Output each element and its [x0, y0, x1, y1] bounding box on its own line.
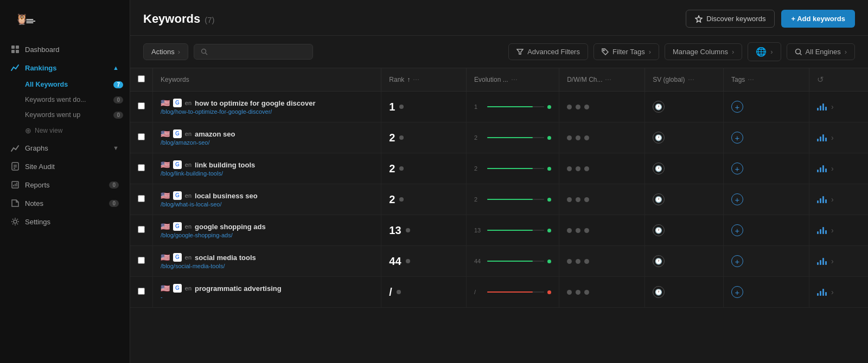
chart-button[interactable]	[817, 196, 827, 203]
evo-dot	[547, 167, 551, 171]
add-keywords-button[interactable]: + Add keywords	[781, 10, 855, 28]
sidebar-item-reports[interactable]: Reports 0	[0, 176, 130, 194]
select-all-header[interactable]	[130, 68, 153, 92]
sidebar-item-graphs[interactable]: Graphs ▼	[0, 139, 130, 157]
day-dot	[567, 135, 572, 140]
sidebar-item-notes[interactable]: Notes 0	[0, 194, 130, 212]
add-tag-button[interactable]: +	[731, 132, 743, 144]
row-checkbox-cell[interactable]	[130, 184, 153, 215]
search-input[interactable]	[212, 48, 299, 56]
sidebar-item-label: Reports	[25, 181, 50, 189]
sidebar-item-label: Dashboard	[25, 46, 60, 54]
language-tag: en	[185, 285, 192, 291]
row-checkbox-cell[interactable]	[130, 153, 153, 184]
reports-badge: 0	[109, 182, 119, 189]
evo-bar	[487, 137, 544, 138]
add-tag-button[interactable]: +	[731, 193, 743, 205]
sv-cell: 🕐	[645, 92, 724, 122]
keyword-cell: 🇺🇸 G en amazon seo /blog/amazon-seo/	[153, 122, 381, 153]
day-dot	[567, 290, 572, 295]
expand-button[interactable]: ›	[831, 257, 834, 265]
advanced-filters-button[interactable]: Advanced Filters	[508, 43, 588, 60]
expand-button[interactable]: ›	[831, 102, 834, 111]
svg-marker-17	[695, 16, 702, 22]
page-count: (7)	[205, 15, 214, 24]
chart-button[interactable]	[817, 288, 827, 296]
month-dot	[584, 135, 589, 140]
row-checkbox-cell[interactable]	[130, 277, 153, 308]
more-icon[interactable]: ⋯	[605, 76, 611, 83]
chart-button[interactable]	[817, 134, 827, 141]
sidebar-item-rankings[interactable]: Rankings ▲	[0, 59, 130, 77]
row-checkbox[interactable]	[138, 195, 145, 202]
add-tag-button[interactable]: +	[731, 101, 743, 113]
keyword-url[interactable]: /blog/link-building-tools/	[161, 170, 373, 177]
row-checkbox[interactable]	[138, 257, 145, 264]
chart-button[interactable]	[817, 226, 827, 234]
keyword-cell: 🇺🇸 G en how to optimize for google disco…	[153, 92, 381, 122]
chart-button[interactable]	[817, 165, 827, 172]
evolution-column-header[interactable]: Evolution ... ⋯	[466, 68, 559, 92]
expand-button[interactable]: ›	[831, 226, 834, 235]
country-flag: 🇺🇸	[161, 191, 170, 200]
globe-button[interactable]: 🌐 ›	[748, 42, 781, 61]
google-badge: G	[173, 284, 182, 293]
row-checkbox[interactable]	[138, 133, 145, 140]
clock-icon: 🕐	[653, 193, 665, 205]
row-actions-cell: ›	[809, 277, 869, 308]
more-icon[interactable]: ⋯	[748, 76, 754, 83]
keyword-url[interactable]: /blog/what-is-local-seo/	[161, 201, 373, 208]
more-icon[interactable]: ⋯	[413, 76, 419, 83]
google-badge: G	[173, 99, 182, 107]
add-tag-button[interactable]: +	[731, 286, 743, 298]
expand-button[interactable]: ›	[831, 288, 834, 296]
sub-nav-keywords-down[interactable]: Keywords went do... 0	[25, 92, 130, 107]
row-checkbox[interactable]	[138, 226, 145, 233]
actions-button[interactable]: Actions ›	[143, 43, 188, 60]
more-icon[interactable]: ⋯	[688, 76, 694, 83]
tags-column-header[interactable]: Tags ⋯	[723, 68, 809, 92]
sub-nav-keywords-up[interactable]: Keywords went up 0	[25, 107, 130, 122]
row-checkbox-cell[interactable]	[130, 215, 153, 246]
row-checkbox[interactable]	[138, 102, 145, 109]
new-view-btn[interactable]: ⊕ New view	[25, 122, 130, 139]
brand-logo: 🦉	[11, 10, 60, 29]
sv-column-header[interactable]: SV (global) ⋯	[645, 68, 724, 92]
more-icon[interactable]: ⋯	[511, 76, 518, 83]
sub-nav-all-keywords[interactable]: All Keywords 7	[25, 77, 130, 92]
select-all-checkbox[interactable]	[138, 75, 145, 82]
add-tag-button[interactable]: +	[731, 255, 743, 267]
row-checkbox-cell[interactable]	[130, 122, 153, 153]
manage-columns-button[interactable]: Manage Columns ›	[665, 43, 742, 60]
keyword-url[interactable]: /blog/google-shopping-ads/	[161, 232, 373, 238]
sidebar-item-site-audit[interactable]: Site Audit	[0, 157, 130, 176]
keyword-url[interactable]: /blog/how-to-optimize-for-google-discove…	[161, 108, 373, 115]
row-checkbox[interactable]	[138, 288, 145, 295]
filter-tags-button[interactable]: Filter Tags ›	[593, 43, 659, 60]
sidebar-item-settings[interactable]: Settings	[0, 212, 130, 231]
search-box[interactable]	[194, 44, 313, 60]
keyword-url[interactable]: -	[161, 294, 373, 300]
rank-dot	[399, 166, 404, 171]
add-tag-button[interactable]: +	[731, 163, 743, 174]
expand-button[interactable]: ›	[831, 164, 834, 173]
sidebar-item-label: Site Audit	[25, 163, 55, 171]
rank-dot	[406, 259, 410, 263]
undo-icon[interactable]: ↺	[817, 75, 824, 85]
expand-button[interactable]: ›	[831, 195, 834, 204]
row-checkbox-cell[interactable]	[130, 246, 153, 277]
dwm-column-header[interactable]: D/W/M Ch... ⋯	[559, 68, 645, 92]
all-engines-button[interactable]: All Engines ›	[787, 43, 855, 60]
dwm-cell	[559, 92, 645, 122]
add-tag-button[interactable]: +	[731, 224, 743, 236]
rank-column-header[interactable]: Rank ↑ ⋯	[381, 68, 467, 92]
keyword-url[interactable]: /blog/amazon-seo/	[161, 139, 373, 146]
expand-button[interactable]: ›	[831, 133, 834, 142]
sidebar-item-dashboard[interactable]: Dashboard	[0, 40, 130, 59]
chart-button[interactable]	[817, 257, 827, 265]
discover-keywords-button[interactable]: Discover keywords	[686, 10, 775, 28]
row-checkbox-cell[interactable]	[130, 92, 153, 122]
row-checkbox[interactable]	[138, 164, 145, 171]
chart-button[interactable]	[817, 103, 827, 111]
keyword-url[interactable]: /blog/social-media-tools/	[161, 263, 373, 269]
